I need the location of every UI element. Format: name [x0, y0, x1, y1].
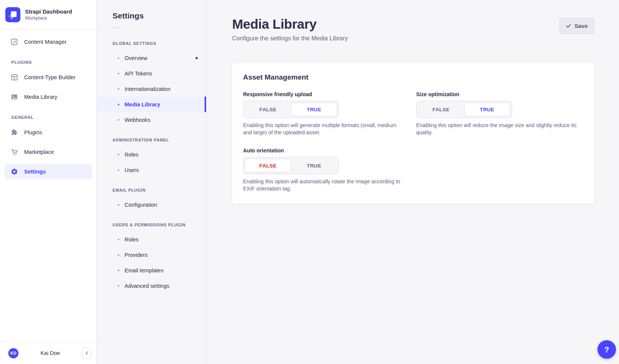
subnav-item-label: Media Library	[125, 101, 160, 108]
subnav-title: Settings	[112, 11, 206, 20]
subnav-item-label: Providers	[125, 252, 148, 258]
subnav-item-internationalization[interactable]: Internationalization	[97, 81, 206, 97]
subnav-group-users-permissions: Users & Permissions plugin Roles Provide…	[97, 223, 206, 293]
bullet-dot	[118, 57, 119, 59]
subnav-item-api-tokens[interactable]: API Tokens	[97, 66, 206, 81]
subnav-item-admin-roles[interactable]: Roles	[97, 147, 206, 162]
subnav-item-label: Roles	[125, 237, 139, 243]
asset-management-card: Asset Management Responsive friendly upl…	[232, 63, 594, 204]
field-label: Responsive friendly upload	[243, 91, 410, 97]
sidebar-footer: KD Kai Doe	[0, 342, 97, 364]
toggle-option-false[interactable]: FALSE	[245, 159, 291, 172]
save-button-label: Save	[574, 23, 588, 29]
sidebar-section-general: General	[11, 115, 97, 120]
sidebar-item-media-library[interactable]: Media Library	[5, 89, 92, 104]
subnav-item-up-roles[interactable]: Roles	[97, 232, 206, 247]
page-title: Media Library	[232, 17, 348, 32]
sidebar-item-plugins[interactable]: Plugins	[5, 125, 92, 140]
pen-icon	[11, 38, 18, 46]
page-subtitle: Configure the settings for the Media Lib…	[232, 35, 348, 42]
subnav-group-title: Email Plugin	[112, 188, 206, 192]
sidebar-item-label: Content Manager	[24, 39, 66, 45]
field-auto-orientation: Auto orientation FALSE TRUE Enabling thi…	[243, 147, 410, 192]
subnav-item-providers[interactable]: Providers	[97, 247, 206, 263]
settings-subnav: Settings Global Settings Overview API To…	[97, 0, 206, 364]
subnav-item-media-library[interactable]: Media Library	[97, 97, 206, 112]
subnav-divider	[112, 28, 122, 28]
subnav-group-global-settings: Global Settings Overview API Tokens Inte…	[97, 41, 206, 127]
fields-grid: Responsive friendly upload FALSE TRUE En…	[243, 91, 583, 192]
subnav-item-advanced-settings[interactable]: Advanced settings	[97, 278, 206, 293]
toggle-option-true[interactable]: TRUE	[291, 103, 337, 116]
subnav-item-email-configuration[interactable]: Configuration	[97, 197, 206, 212]
field-size-optimization: Size optimization FALSE TRUE Enabling th…	[416, 91, 584, 136]
subnav-item-label: Users	[125, 167, 139, 173]
bullet-dot	[118, 73, 119, 74]
brand-name: Strapi Dashboard	[25, 8, 72, 15]
puzzle-icon	[11, 129, 18, 136]
subnav-item-label: API Tokens	[125, 71, 152, 77]
bullet-dot	[118, 88, 119, 90]
check-icon	[566, 23, 571, 28]
user-name: Kai Doe	[18, 350, 82, 356]
toggle-option-false[interactable]: FALSE	[418, 103, 464, 116]
field-responsive-friendly-upload: Responsive friendly upload FALSE TRUE En…	[243, 91, 410, 136]
brand-text: Strapi Dashboard Workplace	[25, 8, 72, 22]
brand-workplace: Workplace	[25, 15, 72, 21]
field-label: Size optimization	[416, 91, 584, 97]
layout-icon	[11, 74, 18, 81]
toggle-auto-orientation: FALSE TRUE	[243, 157, 339, 174]
bullet-dot	[118, 154, 119, 155]
help-button[interactable]: ?	[597, 340, 616, 359]
subnav-group-title: Global Settings	[112, 41, 206, 46]
toggle-responsive-friendly-upload: FALSE TRUE	[243, 101, 339, 118]
subnav-item-label: Roles	[125, 152, 139, 158]
toggle-option-false[interactable]: FALSE	[245, 103, 291, 116]
sidebar-item-label: Settings	[24, 169, 46, 175]
page-header: Media Library Configure the settings for…	[232, 17, 594, 42]
strapi-logo-icon	[5, 7, 20, 22]
sidebar-item-label: Media Library	[24, 94, 57, 100]
subnav-item-overview[interactable]: Overview	[97, 50, 206, 66]
subnav-group-administration-panel: Administration panel Roles Users	[97, 138, 206, 178]
save-button[interactable]: Save	[559, 18, 594, 34]
sidebar-item-label: Plugins	[24, 129, 42, 135]
sidebar-item-label: Content-Type Builder	[24, 74, 75, 80]
field-hint: Enabling this option will reduce the ima…	[416, 122, 578, 136]
field-label: Auto orientation	[243, 147, 410, 154]
field-hint: Enabling this option will automatically …	[243, 178, 405, 192]
collapse-sidebar-button[interactable]	[82, 347, 91, 359]
bullet-dot	[118, 285, 119, 287]
sidebar-item-settings[interactable]: Settings	[5, 164, 92, 179]
field-hint: Enabling this option will generate multi…	[243, 122, 405, 136]
subnav-item-label: Advanced settings	[125, 283, 169, 289]
subnav-item-admin-users[interactable]: Users	[97, 162, 206, 178]
bullet-dot	[118, 169, 119, 171]
sidebar-item-content-type-builder[interactable]: Content-Type Builder	[5, 70, 92, 85]
picture-icon	[11, 93, 18, 101]
toggle-option-true[interactable]: TRUE	[464, 103, 510, 116]
bullet-dot	[118, 270, 119, 271]
sidebar-nav: Content Manager Plugins Content-Type Bui…	[0, 30, 97, 184]
avatar[interactable]: KD	[8, 348, 18, 358]
sidebar-item-label: Marketplace	[24, 149, 54, 155]
sidebar-item-marketplace[interactable]: Marketplace	[5, 144, 92, 160]
bullet-dot	[118, 104, 119, 105]
sidebar-item-content-manager[interactable]: Content Manager	[5, 34, 92, 49]
bullet-dot	[118, 119, 119, 121]
subnav-item-label: Webhooks	[125, 117, 150, 123]
bullet-dot	[118, 254, 119, 256]
subnav-item-label: Configuration	[125, 202, 157, 208]
toggle-size-optimization: FALSE TRUE	[416, 101, 512, 118]
subnav-item-webhooks[interactable]: Webhooks	[97, 112, 206, 127]
main-content: Media Library Configure the settings for…	[206, 0, 619, 364]
subnav-item-label: Email templates	[125, 267, 163, 273]
main-sidebar: Strapi Dashboard Workplace Content Manag…	[0, 0, 97, 364]
cart-icon	[11, 148, 18, 156]
toggle-option-true[interactable]: TRUE	[291, 159, 337, 172]
subnav-item-email-templates[interactable]: Email templates	[97, 263, 206, 278]
notification-dot	[196, 57, 198, 59]
subnav-item-label: Internationalization	[125, 86, 171, 92]
workspace-switcher[interactable]: Strapi Dashboard Workplace	[0, 0, 97, 29]
bullet-dot	[118, 204, 119, 206]
